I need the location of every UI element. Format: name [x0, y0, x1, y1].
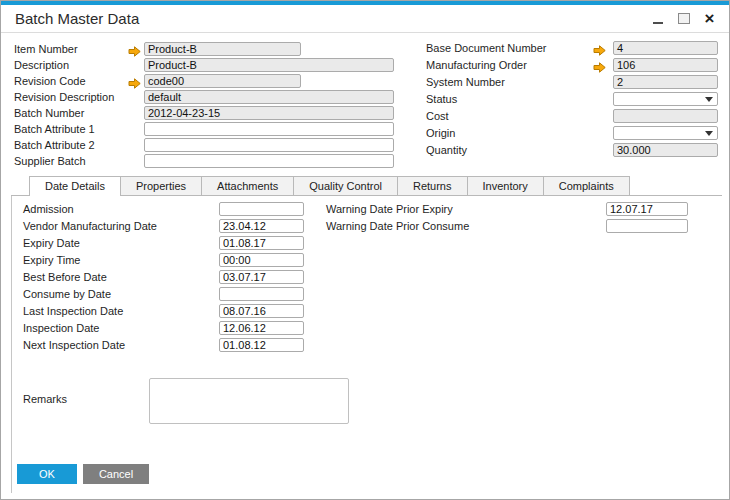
consume-by-date-input[interactable] [219, 287, 304, 301]
manufacturing-order-label: Manufacturing Order [426, 58, 527, 72]
status-label: Status [426, 92, 457, 106]
revision-code-label: Revision Code [14, 74, 86, 88]
system-number-label: System Number [426, 75, 505, 89]
revision-description-label: Revision Description [14, 90, 114, 104]
batch-attribute-1-input[interactable] [144, 122, 394, 136]
manufacturing-order-link-arrow-icon[interactable] [593, 59, 606, 70]
item-number-field: Product-B [144, 42, 301, 56]
revision-code-field: code00 [144, 74, 301, 88]
batch-attribute-2-label: Batch Attribute 2 [14, 138, 95, 152]
status-dropdown[interactable] [613, 92, 718, 106]
expiry-time-input[interactable] [219, 253, 304, 267]
base-document-number-field: 4 [613, 41, 718, 55]
description-field: Product-B [144, 58, 394, 72]
warning-date-prior-consume-input[interactable] [606, 219, 688, 233]
supplier-batch-input[interactable] [144, 154, 394, 168]
ok-button[interactable]: OK [17, 464, 77, 484]
dropdown-caret-icon [705, 131, 713, 136]
tab-date-details[interactable]: Date Details [29, 176, 121, 196]
remarks-textarea[interactable] [149, 378, 349, 424]
tab-bar: Date DetailsPropertiesAttachmentsQuality… [29, 176, 630, 196]
batch-attribute-1-label: Batch Attribute 1 [14, 122, 95, 136]
origin-label: Origin [426, 126, 455, 140]
warning-date-prior-expiry-label: Warning Date Prior Expiry [326, 202, 453, 216]
warning-date-prior-consume-label: Warning Date Prior Consume [326, 219, 469, 233]
inspection-date-input[interactable] [219, 321, 304, 335]
expiry-date-input[interactable] [219, 236, 304, 250]
tab-panel-left-border [11, 195, 12, 493]
consume-by-date-label: Consume by Date [23, 287, 111, 301]
base-document-number-link-arrow-icon[interactable] [593, 42, 606, 53]
quantity-field: 30.000 [613, 143, 718, 157]
best-before-date-label: Best Before Date [23, 270, 107, 284]
last-inspection-date-label: Last Inspection Date [23, 304, 123, 318]
expiry-date-label: Expiry Date [23, 236, 80, 250]
dropdown-caret-icon [705, 97, 713, 102]
tab-inventory[interactable]: Inventory [468, 176, 544, 195]
batch-number-field: 2012-04-23-15 [144, 106, 394, 120]
tab-complaints[interactable]: Complaints [544, 176, 630, 195]
cancel-button[interactable]: Cancel [83, 464, 149, 484]
best-before-date-input[interactable] [219, 270, 304, 284]
item-number-label: Item Number [14, 42, 78, 56]
base-document-number-label: Base Document Number [426, 41, 546, 55]
form-area: Date DetailsPropertiesAttachmentsQuality… [1, 1, 729, 499]
item-number-link-arrow-icon[interactable] [128, 43, 141, 54]
admission-label: Admission [23, 202, 74, 216]
remarks-label: Remarks [23, 392, 67, 406]
last-inspection-date-input[interactable] [219, 304, 304, 318]
admission-input[interactable] [219, 202, 304, 216]
supplier-batch-label: Supplier Batch [14, 154, 86, 168]
batch-number-label: Batch Number [14, 106, 84, 120]
tab-properties[interactable]: Properties [121, 176, 202, 195]
batch-master-data-window: Batch Master Data × Date DetailsProperti… [0, 0, 730, 500]
next-inspection-date-label: Next Inspection Date [23, 338, 125, 352]
origin-dropdown[interactable] [613, 126, 718, 140]
system-number-field: 2 [613, 75, 718, 89]
tab-quality-control[interactable]: Quality Control [294, 176, 398, 195]
cost-field [613, 109, 718, 123]
expiry-time-label: Expiry Time [23, 253, 80, 267]
cost-label: Cost [426, 109, 449, 123]
warning-date-prior-expiry-input[interactable] [606, 202, 688, 216]
description-label: Description [14, 58, 69, 72]
tab-attachments[interactable]: Attachments [202, 176, 294, 195]
next-inspection-date-input[interactable] [219, 338, 304, 352]
quantity-label: Quantity [426, 143, 467, 157]
batch-attribute-2-input[interactable] [144, 138, 394, 152]
revision-code-link-arrow-icon[interactable] [128, 75, 141, 86]
manufacturing-order-field: 106 [613, 58, 718, 72]
tab-returns[interactable]: Returns [398, 176, 468, 195]
revision-description-field: default [144, 90, 394, 104]
vendor-manufacturing-date-input[interactable] [219, 219, 304, 233]
inspection-date-label: Inspection Date [23, 321, 99, 335]
vendor-manufacturing-date-label: Vendor Manufacturing Date [23, 219, 157, 233]
